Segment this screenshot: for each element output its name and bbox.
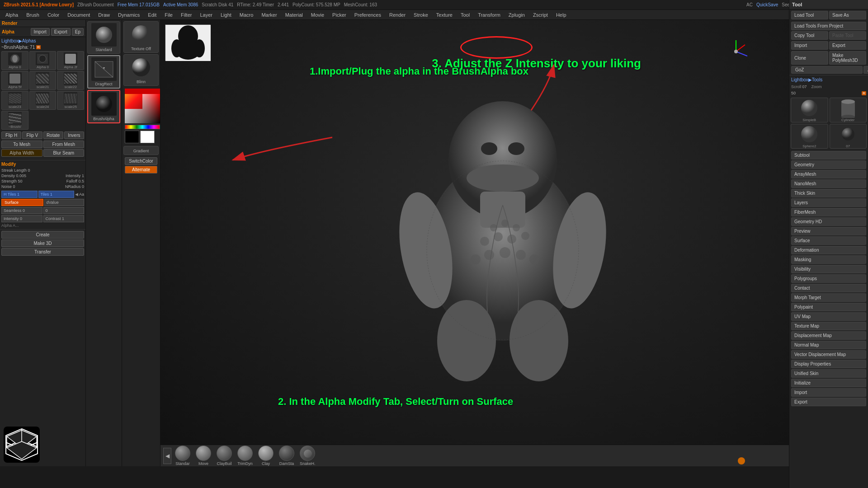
blur-seam-btn[interactable]: Blur Seam: [43, 149, 85, 157]
tool-texture-map[interactable]: Texture Map: [791, 322, 866, 330]
rotate-btn[interactable]: Rotate: [43, 131, 63, 139]
tool-layers[interactable]: Layers: [791, 198, 866, 207]
tool-arraymesh[interactable]: ArrayMesh: [791, 170, 866, 178]
zero-field[interactable]: 0: [43, 207, 85, 214]
menu-material[interactable]: Material: [282, 11, 307, 19]
tool-display-properties[interactable]: Display Properties: [791, 360, 866, 368]
tool-normal-map[interactable]: Normal Map: [791, 341, 866, 349]
menu-edit[interactable]: Edit: [144, 11, 160, 19]
menu-texture[interactable]: Texture: [433, 11, 456, 19]
h-tiles-field[interactable]: H Tiles 1: [1, 191, 38, 198]
switchcolor-btn[interactable]: SwitchColor: [125, 157, 157, 165]
tool-deformation[interactable]: Deformation: [791, 246, 866, 254]
tool-geometry[interactable]: Geometry: [791, 160, 866, 169]
menu-file[interactable]: File: [161, 11, 176, 19]
value-field[interactable]: dValue: [44, 199, 85, 206]
alpha-item-3[interactable]: Alpha 5f: [1, 71, 28, 90]
intensity0-field[interactable]: Intensity 0: [1, 215, 42, 222]
to-mesh-btn[interactable]: To Mesh: [1, 141, 42, 148]
menu-tool[interactable]: Tool: [457, 11, 473, 19]
tool-visibility[interactable]: Visibility: [791, 265, 866, 273]
import-btn[interactable]: Import: [31, 28, 50, 36]
flip-h-btn[interactable]: Flip H: [1, 131, 21, 139]
tool-nanomesh[interactable]: NanoMesh: [791, 179, 866, 188]
menu-draw[interactable]: Draw: [94, 11, 113, 19]
tool-subtool[interactable]: Subtool: [791, 151, 866, 160]
load-tool-btn[interactable]: Load Tool: [791, 11, 828, 19]
menu-document[interactable]: Document: [64, 11, 94, 19]
viewport[interactable]: 1.Import/Plug the alpha in the BrushAlph…: [160, 20, 844, 445]
copy-tool-btn[interactable]: Copy Tool: [791, 31, 828, 40]
shelf-damsta-tool[interactable]: DamSta: [277, 445, 296, 466]
shelf-clay-tool[interactable]: Clay: [256, 445, 275, 466]
alpha-item-2[interactable]: Alpha 2f: [57, 51, 84, 70]
menu-macro[interactable]: Macro: [236, 11, 257, 19]
from-mesh-btn[interactable]: From Mesh: [43, 141, 85, 148]
blinn-item[interactable]: Blinn: [123, 54, 159, 86]
menu-zscript[interactable]: Zscript: [529, 11, 552, 19]
save-as-btn[interactable]: Save As: [829, 11, 866, 19]
tool-polygroups[interactable]: Polygroups: [791, 274, 866, 283]
shelf-move-tool[interactable]: Move: [194, 445, 213, 466]
tool-import[interactable]: Import: [791, 388, 866, 397]
menu-light[interactable]: Light: [217, 11, 235, 19]
gradient-item[interactable]: Gradient: [123, 146, 159, 155]
all-btn[interactable]: All: [863, 66, 868, 74]
invers-btn[interactable]: Invers: [64, 131, 84, 139]
create-btn[interactable]: Create: [1, 231, 84, 239]
menu-render[interactable]: Render: [386, 11, 409, 19]
tool-initialize[interactable]: Initialize: [791, 379, 866, 387]
shelf-standard-tool[interactable]: Standar: [173, 445, 192, 466]
seamless-field[interactable]: Seamless 0: [1, 207, 42, 214]
swatch-black[interactable]: [125, 131, 139, 143]
tool-polypaint[interactable]: Polypaint: [791, 303, 866, 311]
menu-zplugin[interactable]: Zplugin: [505, 11, 528, 19]
alpha-item-8[interactable]: scale25: [57, 91, 84, 110]
make3d-btn[interactable]: Make 3D: [1, 239, 84, 247]
alternate-btn[interactable]: Alternate: [125, 166, 157, 174]
menu-picker[interactable]: Picker: [329, 11, 350, 19]
brush-alpha-item[interactable]: BrushAlpha: [87, 90, 120, 123]
export-btn[interactable]: Export: [51, 28, 71, 36]
menu-transform[interactable]: Transform: [474, 11, 504, 19]
tool-morph-target[interactable]: Morph Target: [791, 293, 866, 302]
tool-unified-skin[interactable]: Unified Skin: [791, 369, 866, 378]
menu-marker[interactable]: Marker: [258, 11, 280, 19]
standard-brush[interactable]: Standard: [87, 21, 120, 54]
alpha-item-6[interactable]: scale23: [1, 91, 28, 110]
flip-v-btn[interactable]: Flip V: [22, 131, 42, 139]
menu-help[interactable]: Help: [552, 11, 570, 19]
cylinder-thumb[interactable]: Cylinder: [830, 98, 867, 122]
tool-preview[interactable]: Preview: [791, 227, 866, 235]
shelf-snakehook-tool[interactable]: SnakeH.: [298, 445, 317, 466]
sphere-pm3d-thumb[interactable]: Sphere2: [791, 124, 828, 149]
tool-surface[interactable]: Surface: [791, 236, 866, 245]
clone-btn[interactable]: Clone: [791, 51, 828, 65]
tool-geometry-hd[interactable]: Geometry HD: [791, 217, 866, 226]
contrast1-field[interactable]: Contrast 1: [43, 215, 85, 222]
tool-import-btn[interactable]: Import: [791, 41, 828, 50]
menu-movie[interactable]: Movie: [307, 11, 328, 19]
menu-dynamics[interactable]: Dynamics: [114, 11, 143, 19]
shelf-trimdyn-tool[interactable]: TrimDyn: [236, 445, 255, 466]
menu-filter[interactable]: Filter: [177, 11, 195, 19]
color-hue-bar[interactable]: [125, 125, 160, 129]
transfer-btn[interactable]: Transfer: [1, 248, 84, 256]
lightbox-tools-link[interactable]: Lightbox▶Tools: [791, 77, 822, 82]
alpha-item-4[interactable]: scale21: [29, 71, 57, 90]
make-polymesh-btn[interactable]: Make PolyMesh3D: [829, 51, 866, 65]
menu-brush[interactable]: Brush: [23, 11, 43, 19]
swatch-white[interactable]: [140, 131, 155, 143]
tool-masking[interactable]: Masking: [791, 255, 866, 264]
small-sphere-thumb[interactable]: 07: [830, 124, 867, 149]
menu-preferences[interactable]: Preferences: [351, 11, 385, 19]
menu-stroke[interactable]: Stroke: [410, 11, 432, 19]
alpha-item-1[interactable]: Alpha 0: [29, 51, 57, 70]
menu-color[interactable]: Color: [44, 11, 63, 19]
quicksave-btn[interactable]: QuickSave: [756, 2, 778, 7]
tool-export[interactable]: Export: [791, 398, 866, 406]
shelf-claybuild-tool[interactable]: ClayBuil: [215, 445, 234, 466]
menu-layer[interactable]: Layer: [196, 11, 216, 19]
tool-uv-map[interactable]: UV Map: [791, 312, 866, 321]
alpha-width-btn[interactable]: Alpha Width: [1, 149, 42, 157]
